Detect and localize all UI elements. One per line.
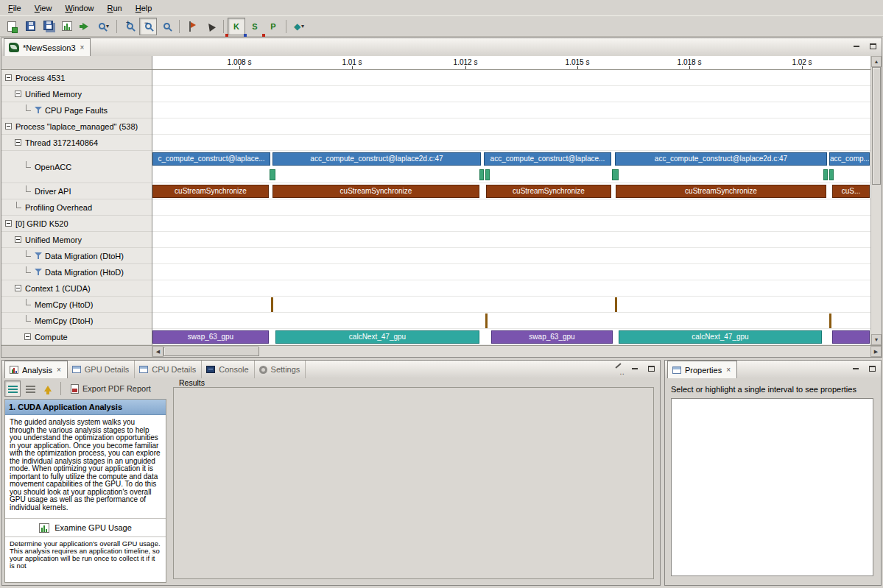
add-marker-button[interactable] <box>183 18 201 35</box>
tab-cpu-details[interactable]: CPU Details <box>135 361 202 378</box>
interval[interactable] <box>615 297 617 312</box>
scroll-up-button[interactable]: ▲ <box>871 56 882 67</box>
process-highlight-toggle[interactable]: P <box>264 18 282 35</box>
properties-tab-close-icon[interactable]: × <box>725 366 731 374</box>
timeline-row-thread-3172140864[interactable] <box>152 135 870 151</box>
menu-help[interactable]: Help <box>129 1 159 15</box>
interval-cuStreamSynchronize[interactable]: cuStreamSynchronize <box>152 185 269 198</box>
tree-row-memcpy-dtoh[interactable]: MemCpy (DtoH) <box>1 313 152 329</box>
interval-calcNext-47-gpu[interactable]: calcNext_47_gpu <box>275 330 479 344</box>
tab-properties[interactable]: Properties × <box>667 361 737 378</box>
tree-row-data-migration-htod[interactable]: Data Migration (HtoD) <box>1 264 152 280</box>
tree-row-cpu-page-faults[interactable]: CPU Page Faults <box>1 102 152 118</box>
maximize-button[interactable] <box>866 364 878 374</box>
interval-cuStreamSynchronize[interactable]: cuStreamSynchronize <box>616 185 826 198</box>
zoom-fit-button[interactable] <box>158 18 175 35</box>
session-tab-close-icon[interactable]: × <box>80 44 85 52</box>
save-all-button[interactable] <box>40 18 57 35</box>
tree-row-openacc[interactable]: OpenACC <box>1 151 152 183</box>
save-session-button[interactable] <box>21 18 39 35</box>
interval-calcNext-47-gpu[interactable]: calcNext_47_gpu <box>619 330 822 344</box>
minimize-button[interactable] <box>851 41 862 52</box>
scroll-right-button[interactable]: ▶ <box>870 346 882 357</box>
examine-gpu-usage-button[interactable]: Examine GPU Usage <box>5 518 166 537</box>
pointer-mode-button[interactable] <box>202 18 219 35</box>
filter-icon[interactable] <box>35 269 42 276</box>
timeline-row-0-grid-k520[interactable] <box>152 216 870 232</box>
interval[interactable] <box>485 169 490 180</box>
tab-settings[interactable]: Settings <box>255 361 306 378</box>
minimize-button[interactable] <box>629 364 641 374</box>
maximize-button[interactable] <box>645 364 657 374</box>
tab-analysis[interactable]: Analysis × <box>4 361 68 378</box>
guided-analysis-button[interactable] <box>4 380 21 397</box>
interval-swap-63-gpu[interactable]: swap_63_gpu <box>491 330 613 344</box>
new-session-button[interactable] <box>3 18 21 35</box>
zoom-in-button[interactable]: + <box>121 18 138 35</box>
timeline-row-data-migration-dtoh[interactable] <box>152 248 870 264</box>
timeline-row-memcpy-dtoh[interactable] <box>152 313 870 329</box>
stream-highlight-toggle[interactable]: S <box>246 18 264 35</box>
tree-row-0-grid-k520[interactable]: [0] GRID K520 <box>1 216 152 232</box>
tab-console[interactable]: Console <box>202 361 254 378</box>
interval-cuS[interactable]: cuS... <box>832 185 870 198</box>
maximize-button[interactable] <box>867 41 879 52</box>
collapse-icon[interactable] <box>5 74 12 81</box>
interval[interactable] <box>479 169 484 180</box>
collapse-icon[interactable] <box>15 236 21 243</box>
interval[interactable] <box>270 169 275 180</box>
horizontal-scrollbar[interactable]: ◀ ▶ <box>152 346 882 357</box>
interval-c-compute-construct-laplace[interactable]: c_compute_construct@laplace... <box>152 152 270 166</box>
tab-gpu-details[interactable]: GPU Details <box>68 361 136 378</box>
zoom-out-button[interactable]: − <box>139 18 157 35</box>
tree-row-memcpy-htod[interactable]: MemCpy (HtoD) <box>1 297 152 313</box>
tree-row-unified-memory[interactable]: Unified Memory <box>1 232 152 248</box>
interval-cuStreamSynchronize[interactable]: cuStreamSynchronize <box>272 185 479 198</box>
interval-swap-63-gpu[interactable]: swap_63_gpu <box>152 330 269 344</box>
kernel-highlight-toggle[interactable]: K <box>228 18 245 35</box>
timeline-row-compute[interactable]: swap_63_gpucalcNext_47_gpuswap_63_gpucal… <box>152 329 870 345</box>
timeline-row-unified-memory[interactable] <box>152 232 870 248</box>
vertical-scrollbar[interactable]: ▲ ▼ <box>870 56 882 345</box>
tree-row-profiling-overhead[interactable]: Profiling Overhead <box>1 199 152 216</box>
interval[interactable] <box>829 169 834 180</box>
analysis-mode-button[interactable]: ◆ ▾ <box>290 18 308 35</box>
timeline-row-profiling-overhead[interactable] <box>152 199 870 216</box>
interval[interactable] <box>829 314 831 328</box>
tree-row-process-laplace-managed-538[interactable]: Process "laplace_managed" (538) <box>1 118 152 135</box>
timeline-row-context-1-cuda[interactable] <box>152 280 870 297</box>
collapse-icon[interactable] <box>15 285 21 291</box>
menu-file[interactable]: File <box>1 1 28 15</box>
collapse-icon[interactable] <box>5 123 12 130</box>
interval-acc-compute-construct-laplace[interactable]: acc_compute_construct@laplace... <box>484 152 611 166</box>
unguided-analysis-button[interactable] <box>22 380 38 397</box>
minimize-button[interactable] <box>850 364 862 374</box>
timeline-ruler[interactable]: 1.008 s1.01 s1.012 s1.015 s1.018 s1.02 s <box>152 56 870 70</box>
tree-row-context-1-cuda[interactable]: Context 1 (CUDA) <box>1 280 152 297</box>
export-pdf-report-button[interactable]: Export PDF Report <box>66 381 156 397</box>
interval[interactable] <box>832 330 870 344</box>
horizontal-scroll-track[interactable] <box>259 346 870 357</box>
export-profile-button[interactable] <box>77 18 94 35</box>
interval-cuStreamSynchronize[interactable]: cuStreamSynchronize <box>486 185 611 198</box>
profile-application-button[interactable] <box>58 18 76 35</box>
menu-view[interactable]: View <box>28 1 59 15</box>
scroll-down-button[interactable]: ▼ <box>871 334 882 345</box>
timeline-row-memcpy-htod[interactable] <box>152 297 870 313</box>
menu-window[interactable]: Window <box>58 1 100 15</box>
filter-icon[interactable] <box>35 252 42 260</box>
interval[interactable] <box>612 169 619 180</box>
timeline-row-cpu-page-faults[interactable] <box>152 102 870 118</box>
collapse-icon[interactable] <box>15 139 21 146</box>
collapse-icon[interactable] <box>5 220 12 227</box>
interval-acc-compute-construct-laplace2d-c-47[interactable]: acc_compute_construct@laplace2d.c:47 <box>272 152 481 166</box>
interval-acc-comp[interactable]: acc_comp... <box>829 152 870 166</box>
tree-row-compute[interactable]: Compute <box>1 329 152 345</box>
tree-row-thread-3172140864[interactable]: Thread 3172140864 <box>1 135 152 151</box>
timeline-row-process-4531[interactable] <box>152 70 870 86</box>
timeline-row-data-migration-htod[interactable] <box>152 264 870 280</box>
search-button[interactable]: ▾ <box>95 18 113 35</box>
view-menu-button[interactable] <box>613 364 625 374</box>
interval[interactable] <box>271 297 273 312</box>
interval[interactable] <box>823 169 828 180</box>
